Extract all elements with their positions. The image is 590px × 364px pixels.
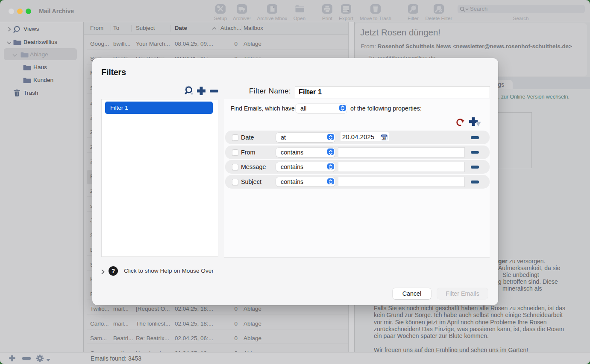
svg-text:28: 28 <box>382 137 386 140</box>
